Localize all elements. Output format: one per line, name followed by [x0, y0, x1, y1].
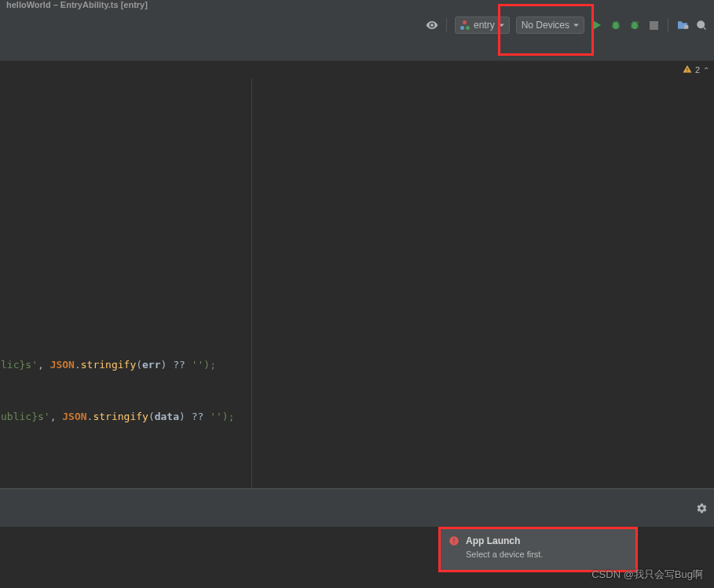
svg-rect-6: [453, 542, 454, 543]
editor-tabbar: [0, 39, 714, 61]
run-config-label: entry: [474, 20, 495, 31]
code-editor[interactable]: lic}s', JSON.stringify(err) ?? ''); ubli…: [1, 79, 251, 488]
module-icon: [460, 20, 470, 30]
devices-label: No Devices: [522, 20, 569, 31]
search-button[interactable]: [695, 19, 708, 31]
separator: [446, 18, 447, 32]
window-title: helloWorld – EntryAbility.ts [entry]: [6, 0, 148, 9]
warning-icon[interactable]: [683, 64, 692, 75]
collapse-icon[interactable]: ⌃: [703, 66, 709, 75]
svg-rect-5: [453, 539, 454, 542]
notification-title: App Launch: [466, 535, 543, 546]
editor-right-pane: [251, 79, 714, 488]
watermark: CSDN @我只会写Bug啊: [591, 568, 703, 582]
bottom-panel: [0, 489, 714, 527]
notification-message: Select a device first.: [466, 550, 543, 559]
stop-button[interactable]: [647, 19, 660, 31]
devices-dropdown[interactable]: No Devices: [516, 16, 584, 34]
debug-button[interactable]: [610, 19, 622, 31]
warning-count: 2: [695, 65, 700, 75]
svg-line-3: [703, 27, 705, 29]
project-structure-button[interactable]: [676, 19, 689, 31]
code-line: lic}s', JSON.stringify(err) ?? '');: [1, 356, 216, 374]
main-toolbar: entry No Devices: [0, 11, 714, 39]
settings-button[interactable]: [695, 502, 708, 514]
separator: [668, 18, 668, 32]
editor-area: lic}s', JSON.stringify(err) ?? ''); ubli…: [0, 79, 714, 488]
run-config-dropdown[interactable]: entry: [455, 16, 510, 34]
notification-popup[interactable]: App Launch Select a device first.: [438, 527, 638, 572]
svg-point-2: [697, 20, 704, 27]
code-line: ublic}s', JSON.stringify(data) ?? '');: [1, 408, 234, 425]
chevron-down-icon: [499, 23, 504, 28]
stop-icon: [650, 21, 658, 30]
error-icon: [449, 535, 460, 564]
chevron-down-icon: [573, 23, 579, 28]
svg-rect-1: [684, 25, 688, 29]
run-button[interactable]: [591, 19, 603, 31]
coverage-button[interactable]: [628, 19, 641, 31]
status-area: App Launch Select a device first. CSDN @…: [0, 527, 714, 588]
editor-inspection-bar: 2 ⌃: [0, 61, 714, 79]
window-titlebar: helloWorld – EntryAbility.ts [entry]: [0, 0, 714, 11]
preview-icon[interactable]: [426, 19, 438, 31]
